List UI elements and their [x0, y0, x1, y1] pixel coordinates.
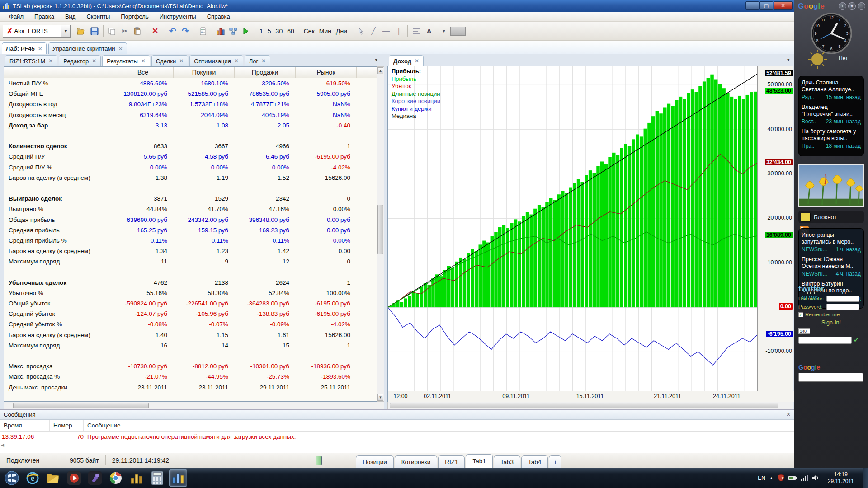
network-icon[interactable] [801, 475, 808, 481]
close-icon[interactable]: ✕ [234, 58, 239, 64]
tab-RIZ1:RTS:1M[interactable]: RIZ1:RTS:1M✕ [5, 55, 57, 66]
doc-tab[interactable]: Лаб: PF45✕ [2, 42, 47, 54]
volume-icon[interactable] [812, 475, 819, 481]
file-explorer-icon[interactable] [44, 469, 62, 487]
column-number[interactable]: Номер [50, 420, 84, 431]
delete-button[interactable]: ✕ [149, 25, 161, 38]
calculator-icon[interactable] [148, 469, 166, 487]
minimize-button[interactable]: — [745, 1, 759, 10]
color-dropdown-icon[interactable]: ▼ [440, 25, 448, 38]
internet-explorer-icon[interactable]: e [24, 469, 42, 487]
titlebar[interactable]: TSLab (версия 1.1.21.0:32bit) - C:\Users… [0, 0, 794, 12]
security-shield-icon[interactable]: ✕ [778, 474, 784, 482]
language-indicator[interactable]: EN [758, 475, 765, 481]
minimize-sidebar-icon[interactable]: − [858, 2, 865, 10]
income-chart[interactable]: Прибыль:ПрибыльУбытокДлинные позицииКоро… [387, 66, 793, 402]
maximize-button[interactable]: ▢ [760, 1, 773, 10]
column-header[interactable]: Все [113, 67, 174, 78]
timeframe-Сек[interactable]: Сек [302, 28, 317, 35]
tulip-photo[interactable] [798, 164, 864, 207]
username-field[interactable] [826, 296, 859, 302]
notepad-gadget[interactable]: Блокнот [798, 211, 864, 223]
add-gadget-icon[interactable]: + [839, 2, 846, 10]
menu-Портфель[interactable]: Портфель [115, 12, 154, 21]
period-30[interactable]: 30 [274, 28, 285, 35]
period-60[interactable]: 60 [285, 28, 297, 35]
send-tweet-icon[interactable]: ✔ [854, 336, 859, 343]
doc-tab[interactable]: Управление скриптами✕ [48, 42, 127, 54]
panel-menu-icon[interactable]: ▾ [787, 57, 790, 63]
utility-tool-icon[interactable] [86, 469, 104, 487]
align-tool[interactable] [410, 25, 423, 38]
show-desktop-button[interactable] [863, 468, 868, 488]
column-header[interactable]: Покупки [174, 67, 235, 78]
undo-button[interactable]: ↶ [166, 25, 179, 38]
close-icon[interactable]: ✕ [48, 58, 53, 64]
save-button[interactable] [88, 25, 101, 38]
trendline-tool[interactable]: ╱ [367, 25, 380, 38]
scrollbar-thumb[interactable] [377, 205, 383, 254]
workspace-tab-RIZ1[interactable]: RIZ1 [438, 455, 465, 468]
media-player-icon[interactable] [65, 469, 83, 487]
tab-Сделки[interactable]: Сделки✕ [151, 55, 188, 66]
menu-Скрипты[interactable]: Скрипты [81, 12, 115, 21]
column-message[interactable]: Сообщение [84, 420, 794, 431]
taskbar-clock[interactable]: 14:19 29.11.2011 [828, 471, 854, 485]
properties-button[interactable] [197, 25, 209, 38]
battery-icon[interactable] [788, 475, 797, 481]
chart-button[interactable] [214, 25, 227, 38]
combo-dropdown-icon[interactable]: ▼ [61, 25, 70, 37]
clock-gadget[interactable]: 121234567891011 [811, 13, 852, 54]
news-item-title[interactable]: На борту самолета у пассажира вспы.. [802, 128, 861, 142]
close-button[interactable]: ✕ [774, 1, 793, 10]
password-field[interactable] [826, 304, 859, 310]
paste-button[interactable] [131, 25, 144, 38]
timeframe-Дни[interactable]: Дни [334, 28, 349, 35]
table-horizontal-scrollbar[interactable] [4, 402, 384, 409]
account-combo[interactable]: ✗ Alor_FORTS ▼ [3, 25, 71, 38]
scrollbar-thumb[interactable] [13, 403, 149, 408]
analysis-app-icon[interactable] [127, 469, 146, 487]
run-button[interactable] [240, 25, 252, 38]
news-item-title[interactable]: Пресса: Южная Осетия нанесла М.. [802, 256, 861, 270]
workspace-tab-+[interactable]: + [549, 455, 561, 468]
color-swatch[interactable] [450, 27, 466, 36]
tab-Результаты[interactable]: Результаты✕ [102, 55, 150, 66]
copy-button[interactable] [106, 25, 118, 38]
connection-icon[interactable] [316, 456, 322, 465]
menu-Правка[interactable]: Правка [29, 12, 60, 21]
chart-canvas[interactable] [388, 66, 757, 391]
search-input[interactable] [798, 373, 863, 382]
workspace-tab-Позиции[interactable]: Позиции [356, 455, 394, 468]
period-1[interactable]: 1 [257, 28, 265, 35]
menu-Вид[interactable]: Вид [60, 12, 81, 21]
text-tool[interactable]: A [423, 25, 435, 38]
tweet-input[interactable] [798, 337, 852, 344]
close-icon[interactable]: ✕ [179, 58, 184, 64]
menu-Инструменты[interactable]: Инструменты [154, 12, 202, 21]
column-header[interactable]: Продажи [235, 67, 296, 78]
workspace-tab-Tab4[interactable]: Tab4 [521, 455, 548, 468]
workspace-tab-Tab3[interactable]: Tab3 [494, 455, 520, 468]
tab-Редактор[interactable]: Редактор✕ [59, 55, 101, 66]
close-icon[interactable]: ✕ [415, 58, 419, 64]
period-5[interactable]: 5 [265, 28, 274, 35]
options-icon[interactable]: ▾ [848, 2, 856, 10]
weather-sun-icon[interactable] [807, 49, 828, 70]
sign-in-button[interactable]: Sign-In! [798, 319, 864, 326]
tslab-taskbar-icon[interactable] [169, 469, 187, 487]
column-header[interactable]: Рынок [296, 67, 357, 78]
redo-button[interactable]: ↷ [179, 25, 192, 38]
close-icon[interactable]: ✕ [92, 58, 96, 64]
table-vertical-scrollbar[interactable]: ▲ ▼ [377, 66, 384, 402]
message-row[interactable]: 13:39:17.06 70 Программе недостаточно оп… [0, 432, 794, 442]
workspace-tab-Котировки[interactable]: Котировки [395, 455, 437, 468]
cut-button[interactable]: ✂ [118, 25, 131, 38]
cursor-tool[interactable] [354, 25, 367, 38]
news-item-title[interactable]: Иностранцы запутались в меро.. [802, 232, 861, 245]
start-button[interactable] [3, 469, 21, 487]
news-item-title[interactable]: Дочь Сталина Светлана Аллилуе.. [802, 80, 861, 93]
column-time[interactable]: Время [0, 420, 50, 431]
tray-expand-icon[interactable]: ▲ [769, 476, 774, 480]
open-button[interactable] [75, 25, 88, 38]
